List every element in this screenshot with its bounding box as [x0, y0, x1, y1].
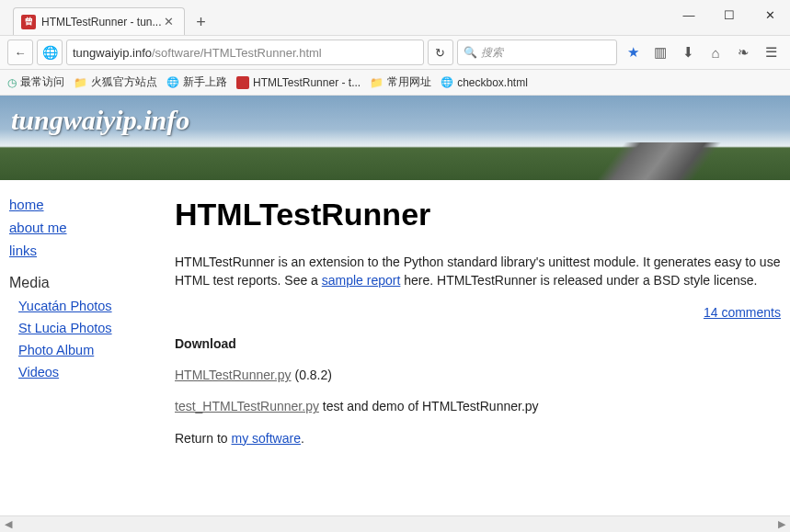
sidebar-link-links[interactable]: links: [9, 243, 156, 258]
page-heading: HTMLTestRunner: [175, 197, 781, 232]
sidebar-link-videos[interactable]: Videos: [18, 365, 156, 379]
sidebar-link-about[interactable]: about me: [9, 220, 156, 235]
minimize-button[interactable]: —: [669, 2, 709, 28]
search-bar[interactable]: 🔍 搜索: [457, 40, 618, 65]
banner: tungwaiyip.info: [0, 96, 790, 180]
home-icon[interactable]: ⌂: [704, 40, 727, 64]
sidebar-link-home[interactable]: home: [9, 197, 156, 212]
bookmark-htmltestrunner[interactable]: HTMLTestRunner - t...: [236, 76, 361, 89]
intro-text-2: here. HTMLTestRunner is released under a…: [400, 273, 757, 288]
horizontal-scrollbar[interactable]: ◀ ▶: [0, 515, 790, 532]
bookmark-label: 最常访问: [20, 74, 64, 90]
window-controls: — ☐ ✕: [669, 2, 790, 28]
sidebar-link-stlucia[interactable]: St Lucia Photos: [18, 321, 156, 335]
tab-title: HTMLTestRunner - tun...: [41, 16, 162, 28]
bookmark-firefox-official[interactable]: 📁火狐官方站点: [74, 74, 157, 90]
bookmark-label: checkbox.html: [457, 76, 528, 89]
return-text: Return to: [175, 431, 231, 446]
search-placeholder: 搜索: [481, 45, 503, 61]
navbar: ← 🌐 tungwaiyip.info/software/HTMLTestRun…: [0, 35, 790, 70]
folder-icon: 📁: [370, 76, 384, 89]
library-icon[interactable]: ▥: [648, 40, 672, 64]
menu-icon[interactable]: ☰: [759, 40, 783, 64]
maximize-button[interactable]: ☐: [709, 2, 750, 28]
reload-button[interactable]: ↻: [428, 40, 453, 65]
scroll-right-arrow[interactable]: ▶: [773, 516, 790, 533]
search-icon: 🔍: [464, 46, 477, 59]
sidebar-link-photoalbum[interactable]: Photo Album: [18, 343, 156, 357]
return-period: .: [301, 431, 304, 446]
return-line: Return to my software.: [175, 429, 781, 447]
download-link-main[interactable]: HTMLTestRunner.py: [175, 368, 292, 382]
sidebar-media-heading: Media: [9, 275, 156, 291]
banner-road: [474, 142, 790, 180]
main-content: HTMLTestRunner HTMLTestRunner is an exte…: [156, 197, 781, 460]
bookmark-star-icon[interactable]: ★: [621, 40, 645, 64]
sample-report-link[interactable]: sample report: [322, 273, 401, 288]
bookmarks-bar: ◷最常访问 📁火狐官方站点 🌐新手上路 HTMLTestRunner - t..…: [0, 70, 790, 96]
url-bar[interactable]: tungwaiyip.info/software/HTMLTestRunner.…: [66, 40, 424, 65]
page-viewport: tungwaiyip.info home about me links Medi…: [0, 96, 790, 515]
bookmark-most-visited[interactable]: ◷最常访问: [7, 74, 64, 90]
url-path: /software/HTMLTestRunner.html: [152, 46, 322, 60]
scroll-left-arrow[interactable]: ◀: [0, 516, 17, 533]
close-window-button[interactable]: ✕: [750, 2, 790, 28]
new-tab-button[interactable]: +: [189, 9, 214, 35]
bookmark-label: 新手上路: [183, 74, 227, 90]
site-title: tungwaiyip.info: [11, 105, 189, 136]
download-heading: Download: [175, 334, 781, 353]
back-button[interactable]: ←: [7, 40, 33, 65]
favicon-icon: [236, 76, 249, 89]
comments-line: 14 comments: [175, 303, 781, 322]
browser-tab[interactable]: 曾 HTMLTestRunner - tun... ✕: [13, 7, 185, 35]
sidebar-link-yucatan[interactable]: Yucatán Photos: [18, 299, 156, 313]
globe-icon: 🌐: [441, 76, 453, 88]
site-identity-icon[interactable]: 🌐: [37, 40, 63, 65]
intro-paragraph: HTMLTestRunner is an extension to the Py…: [175, 253, 781, 290]
history-icon: ◷: [7, 76, 17, 89]
bookmark-common-urls[interactable]: 📁常用网址: [370, 74, 431, 90]
page-body: home about me links Media Yucatán Photos…: [0, 180, 790, 460]
bookmark-label: HTMLTestRunner - t...: [253, 76, 361, 89]
bookmark-checkbox[interactable]: 🌐checkbox.html: [441, 76, 528, 89]
globe-icon: 🌐: [166, 76, 179, 88]
comments-link[interactable]: 14 comments: [704, 305, 781, 320]
bookmark-label: 常用网址: [387, 74, 431, 90]
close-tab-icon[interactable]: ✕: [162, 15, 177, 29]
pocket-icon[interactable]: ❧: [731, 40, 755, 64]
tab-favicon: 曾: [21, 15, 36, 29]
download-item-2: test_HTMLTestRunner.py test and demo of …: [175, 397, 781, 415]
titlebar: 曾 HTMLTestRunner - tun... ✕ + — ☐ ✕: [0, 0, 790, 35]
folder-icon: 📁: [74, 76, 87, 89]
bookmark-getting-started[interactable]: 🌐新手上路: [166, 74, 227, 90]
download-item-1: HTMLTestRunner.py (0.8.2): [175, 366, 781, 384]
my-software-link[interactable]: my software: [231, 431, 300, 446]
url-host: tungwaiyip.info: [73, 46, 152, 60]
download-version: (0.8.2): [292, 368, 332, 382]
bookmark-label: 火狐官方站点: [91, 74, 157, 90]
downloads-icon[interactable]: ⬇: [676, 40, 700, 64]
download-desc: test and demo of HTMLTestRunner.py: [319, 399, 539, 413]
download-link-test[interactable]: test_HTMLTestRunner.py: [175, 399, 319, 413]
sidebar: home about me links Media Yucatán Photos…: [9, 197, 156, 460]
